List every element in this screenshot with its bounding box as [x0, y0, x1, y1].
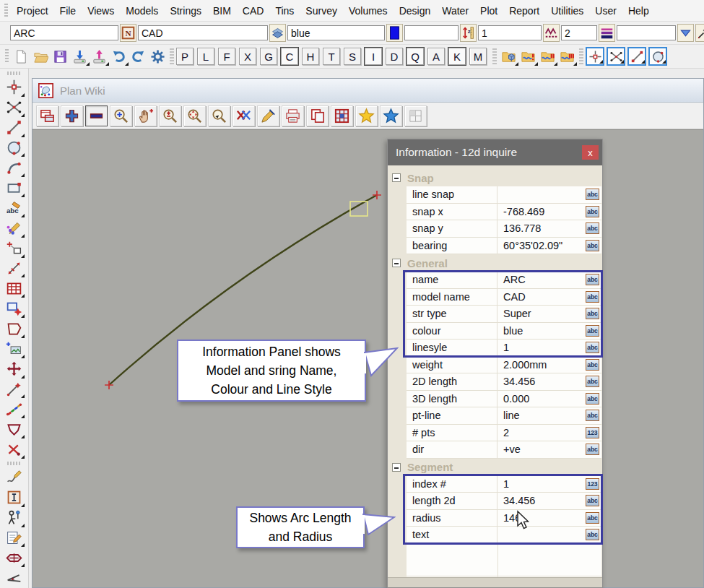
copy-view-icon[interactable] [306, 105, 329, 126]
colour-swatch-blue[interactable] [386, 24, 403, 42]
abc-field-button[interactable]: abc [586, 512, 599, 524]
tool-insert-image-icon[interactable] [4, 339, 25, 359]
cad-toolbar-T[interactable]: T [323, 48, 340, 65]
tool-create-arc-icon[interactable] [4, 157, 25, 178]
collapse-icon[interactable] [392, 173, 401, 182]
tool-section-view-icon[interactable] [4, 548, 25, 568]
cad-circle-icon[interactable] [648, 47, 667, 66]
zoom-plus-minus-icon[interactable] [159, 105, 181, 126]
cad-toolbar-G[interactable]: G [260, 48, 277, 65]
tool-traverse-icon[interactable] [4, 379, 25, 399]
tool-survey-instrument-icon[interactable] [4, 508, 25, 528]
tool-create-rectangle-icon[interactable] [4, 178, 25, 198]
toolbar-grip[interactable] [5, 49, 9, 64]
abc-field-button[interactable]: abc [586, 274, 599, 285]
cad-toolbar-C[interactable]: C [281, 48, 298, 65]
undo-icon[interactable] [109, 47, 129, 66]
tool-edit-symbol-icon[interactable] [4, 218, 25, 238]
abc-field-button[interactable]: abc [586, 240, 599, 251]
collapse-icon[interactable] [392, 463, 401, 472]
abc-field-button[interactable]: abc [586, 308, 599, 319]
toolbar-grip[interactable] [7, 462, 22, 465]
eyedropper-icon[interactable] [695, 24, 704, 42]
zoom-previous-icon[interactable] [208, 105, 230, 126]
tool-delete-element-icon[interactable] [4, 439, 25, 459]
linestyle-icon[interactable] [543, 24, 560, 42]
view-table-icon[interactable] [331, 105, 353, 126]
tool-translate-icon[interactable] [4, 359, 25, 379]
cad-toolbar-I[interactable]: I [365, 48, 382, 65]
cad-toolbar-L[interactable]: L [197, 48, 214, 65]
save-icon[interactable] [51, 47, 70, 66]
pan-hand-icon[interactable] [134, 105, 157, 126]
cad-point-icon[interactable] [586, 47, 604, 66]
cad-toolbar-Q[interactable]: Q [407, 48, 424, 65]
favourites-blue-star-icon[interactable] [380, 105, 402, 126]
dropdown-arrow-icon[interactable] [677, 24, 694, 42]
tool-measure-icon[interactable] [4, 259, 25, 279]
cad-intersect-icon[interactable] [607, 47, 625, 66]
abc-field-button[interactable]: abc [586, 376, 599, 387]
tool-create-point-icon[interactable] [4, 77, 25, 98]
tool-copy-shape-icon[interactable] [4, 298, 25, 319]
window-layout-icon[interactable] [36, 105, 58, 126]
plan-window-titlebar[interactable]: Plan Wiki [32, 79, 703, 103]
tool-create-polygon-icon[interactable] [4, 319, 25, 339]
tool-create-circle-icon[interactable] [4, 138, 25, 158]
cad-toolbar-K[interactable]: K [448, 48, 466, 65]
tool-edit-document-icon[interactable] [4, 528, 25, 548]
folder-strings-alert-icon[interactable] [518, 47, 538, 66]
menu-water[interactable]: Water [436, 5, 474, 17]
menu-help[interactable]: Help [622, 5, 655, 17]
text-height-input[interactable] [404, 25, 459, 40]
tool-create-grid-icon[interactable] [4, 278, 25, 298]
tool-point-to-rectangle-icon[interactable] [4, 238, 25, 259]
cad-toolbar-D[interactable]: D [386, 48, 403, 65]
weight-bars-icon[interactable] [599, 24, 615, 42]
123-field-button[interactable]: 123 [586, 427, 599, 438]
settings-gear-icon[interactable] [148, 47, 168, 66]
redraw-brush-icon[interactable] [257, 105, 279, 126]
zoom-out-minus-icon[interactable] [85, 105, 108, 126]
zoom-extents-icon[interactable] [183, 105, 206, 126]
n-badge-icon[interactable]: N [120, 24, 136, 42]
model-stack-icon[interactable] [269, 24, 286, 42]
menu-design[interactable]: Design [394, 5, 437, 17]
cad-line-icon[interactable] [627, 47, 646, 66]
tick-input[interactable] [617, 25, 676, 40]
abc-field-button[interactable]: abc [586, 495, 599, 506]
tool-angle-icon[interactable] [4, 568, 25, 588]
menu-user[interactable]: User [589, 5, 622, 17]
open-folder-icon[interactable] [31, 47, 51, 66]
abc-field-button[interactable]: abc [586, 444, 599, 455]
tool-create-text-icon[interactable]: abc [4, 198, 25, 218]
menu-cad[interactable]: CAD [237, 5, 270, 17]
toolbar-grip[interactable] [4, 4, 8, 18]
toolbar-grip[interactable] [7, 72, 22, 75]
tool-create-polyline-icon[interactable] [4, 399, 25, 419]
cad-toolbar-H[interactable]: H [302, 48, 319, 65]
abc-field-button[interactable]: abc [586, 342, 599, 353]
favourites-yellow-star-icon[interactable] [355, 105, 378, 126]
close-icon[interactable]: x [582, 145, 599, 160]
abc-field-button[interactable]: abc [586, 291, 599, 303]
collapse-icon[interactable] [392, 259, 401, 267]
cad-toolbar-X[interactable]: X [239, 48, 256, 65]
weight-input[interactable] [561, 25, 597, 40]
abc-field-button[interactable]: abc [586, 529, 599, 540]
menu-report[interactable]: Report [503, 5, 545, 17]
folder-strings-3-icon[interactable] [557, 47, 577, 66]
menu-project[interactable]: Project [11, 5, 54, 17]
menu-volumes[interactable]: Volumes [343, 5, 394, 17]
abc-field-button[interactable]: abc [586, 359, 599, 371]
menu-models[interactable]: Models [120, 5, 164, 17]
string-name-input[interactable] [10, 25, 118, 40]
print-view-icon[interactable] [282, 105, 304, 126]
menu-survey[interactable]: Survey [300, 5, 343, 17]
abc-field-button[interactable]: abc [586, 222, 599, 234]
import-icon[interactable] [70, 47, 90, 66]
cad-toolbar-M[interactable]: M [469, 48, 487, 65]
abc-field-button[interactable]: abc [586, 325, 599, 337]
grid-toggle-icon[interactable] [404, 105, 427, 126]
text-height-icon[interactable]: z [460, 24, 477, 42]
